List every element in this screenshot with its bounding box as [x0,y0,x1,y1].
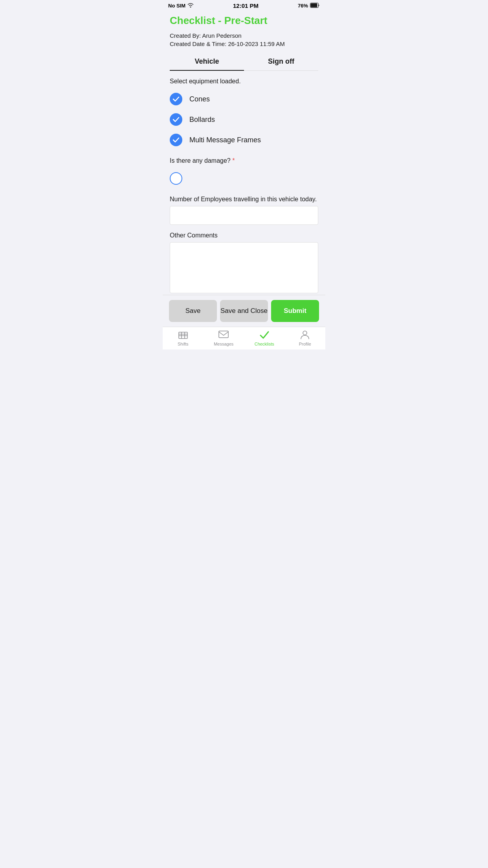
equipment-section-label: Select equipment loaded. [170,78,318,85]
nav-item-shifts[interactable]: Shifts [163,329,204,346]
comments-label: Other Comments [170,232,318,239]
required-star: * [232,157,235,164]
save-close-button[interactable]: Save and Close [220,300,268,322]
employees-input[interactable] [170,206,318,225]
bollards-label: Bollards [189,116,215,124]
wifi-icon [187,3,194,9]
equipment-item-bollards[interactable]: Bollards [170,109,318,130]
main-content: Checklist - Pre-Start Created By: Arun P… [163,11,325,295]
status-left: No SIM [168,3,194,9]
button-bar: Save Save and Close Submit [163,295,325,327]
mmf-checkbox[interactable] [170,134,182,146]
tab-signoff[interactable]: Sign off [244,53,318,70]
nav-label-shifts: Shifts [178,342,189,346]
employees-label: Number of Employees travelling in this v… [170,196,318,203]
submit-button[interactable]: Submit [271,300,319,322]
nav-label-profile: Profile [299,342,311,346]
page-title: Checklist - Pre-Start [170,15,318,27]
nav-item-profile[interactable]: Profile [285,329,326,346]
status-time: 12:01 PM [233,2,259,9]
mmf-label: Multi Message Frames [189,136,261,144]
status-bar: No SIM 12:01 PM 76% [163,0,325,11]
created-by: Created By: Arun Pederson [170,32,318,39]
battery-icon [310,3,320,9]
damage-checkbox[interactable] [170,172,182,185]
nav-item-messages[interactable]: Messages [204,329,244,346]
nav-item-checklists[interactable]: Checklists [244,329,285,346]
bottom-nav: Shifts Messages Checklists Profile [163,327,325,349]
status-right: 76% [298,3,320,9]
checklists-icon [259,329,270,340]
damage-label: Is there any damage? * [170,157,318,164]
tab-vehicle[interactable]: Vehicle [170,53,244,70]
bollards-checkbox[interactable] [170,113,182,126]
nav-label-messages: Messages [214,342,233,346]
created-datetime: Created Date & Time: 26-10-2023 11:59 AM [170,40,318,47]
svg-point-8 [303,331,307,335]
svg-rect-7 [219,331,228,338]
svg-rect-2 [179,332,187,338]
cones-checkbox[interactable] [170,93,182,105]
comments-textarea[interactable] [170,242,318,293]
equipment-item-mmf[interactable]: Multi Message Frames [170,130,318,150]
tabs: Vehicle Sign off [170,53,318,71]
carrier-text: No SIM [168,3,185,9]
cones-label: Cones [189,95,210,103]
messages-icon [218,329,229,340]
damage-checkbox-item[interactable] [170,168,318,189]
battery-percent: 76% [298,3,308,9]
save-button[interactable]: Save [169,300,217,322]
nav-label-checklists: Checklists [255,342,274,346]
svg-rect-1 [310,3,317,7]
profile-icon [301,329,309,340]
equipment-item-cones[interactable]: Cones [170,89,318,109]
shifts-icon [178,329,188,340]
